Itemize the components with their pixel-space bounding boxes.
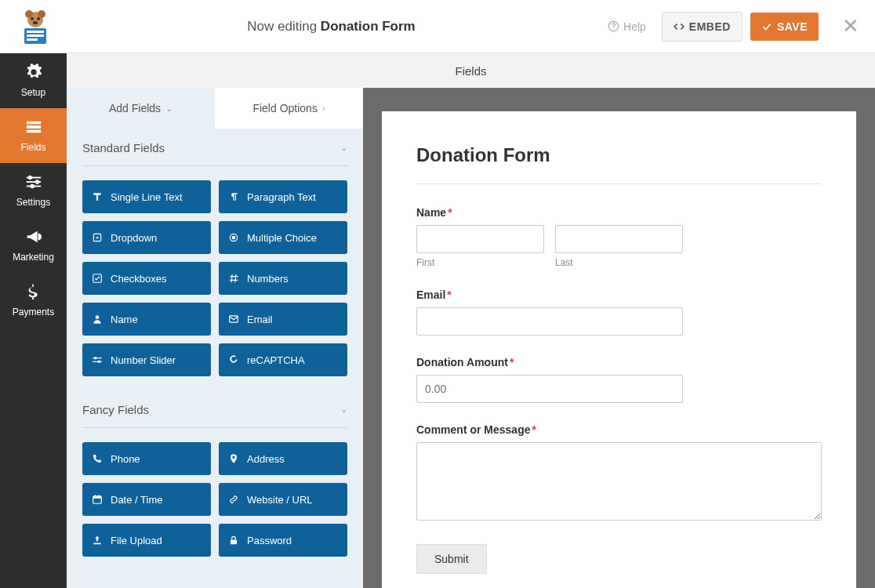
textarea-comment[interactable] — [416, 442, 822, 521]
field-email[interactable]: Email — [219, 303, 347, 336]
input-first-name[interactable] — [416, 225, 544, 253]
label-amount: Donation Amount* — [416, 356, 822, 368]
svg-point-16 — [27, 176, 32, 180]
upload-icon — [92, 535, 103, 546]
embed-button[interactable]: EMBED — [662, 12, 742, 42]
nav-fields[interactable]: Fields — [0, 108, 67, 163]
field-phone[interactable]: Phone — [82, 442, 211, 475]
help-link[interactable]: Help — [608, 20, 646, 33]
chevron-right-icon: › — [322, 103, 325, 113]
app-logo — [16, 7, 55, 46]
chevron-down-icon: ⌄ — [340, 143, 347, 153]
form-field-name[interactable]: Name* First Last — [416, 206, 822, 268]
save-button[interactable]: SAVE — [750, 13, 819, 41]
google-icon — [228, 354, 239, 365]
form-field-amount[interactable]: Donation Amount* — [416, 356, 822, 403]
svg-rect-7 — [27, 31, 44, 33]
caret-icon — [92, 232, 103, 243]
field-address[interactable]: Address — [219, 442, 347, 475]
field-checkboxes[interactable]: Checkboxes — [82, 262, 211, 295]
nav-settings[interactable]: Settings — [0, 163, 67, 218]
field-password[interactable]: Password — [219, 524, 347, 557]
field-number-slider[interactable]: Number Slider — [82, 343, 211, 376]
svg-point-25 — [96, 315, 100, 319]
input-last-name[interactable] — [555, 225, 683, 253]
svg-rect-12 — [26, 122, 40, 125]
slider-icon — [92, 354, 103, 365]
form-preview: Donation Form Name* First Last — [382, 111, 856, 588]
svg-point-3 — [31, 17, 34, 20]
field-file-upload[interactable]: File Upload — [82, 524, 211, 557]
svg-rect-32 — [93, 496, 102, 499]
svg-point-30 — [98, 361, 100, 364]
svg-rect-35 — [231, 539, 237, 544]
svg-point-18 — [34, 180, 39, 184]
pin-icon — [228, 453, 239, 464]
form-field-comment[interactable]: Comment or Message* — [416, 423, 822, 524]
submit-button[interactable]: Submit — [416, 544, 487, 574]
group-standard-fields[interactable]: Standard Fields⌄ — [82, 129, 347, 166]
nav-payments[interactable]: Payments — [0, 273, 67, 328]
text-icon — [92, 191, 103, 202]
field-paragraph-text[interactable]: Paragraph Text — [219, 180, 347, 213]
chevron-down-icon: ⌄ — [340, 405, 347, 415]
svg-point-1 — [25, 10, 33, 18]
link-icon — [228, 494, 239, 505]
nav-setup[interactable]: Setup — [0, 53, 67, 108]
svg-rect-27 — [93, 358, 102, 358]
field-single-line-text[interactable]: Single Line Text — [82, 180, 211, 213]
radio-icon — [228, 232, 239, 243]
field-website[interactable]: Website / URL — [219, 483, 347, 516]
label-email: Email* — [416, 289, 822, 301]
paragraph-icon — [228, 191, 239, 202]
form-title: Donation Form — [416, 144, 822, 184]
user-icon — [92, 314, 103, 325]
tab-add-fields[interactable]: Add Fields⌄ — [67, 88, 215, 129]
group-fancy-fields[interactable]: Fancy Fields⌄ — [82, 390, 347, 428]
gear-icon — [25, 64, 42, 81]
svg-rect-13 — [26, 125, 40, 129]
svg-point-2 — [38, 10, 45, 18]
calendar-icon — [92, 494, 103, 505]
nav-marketing[interactable]: Marketing — [0, 218, 67, 273]
field-datetime[interactable]: Date / Time — [82, 483, 211, 516]
svg-point-28 — [94, 357, 97, 360]
svg-rect-9 — [27, 38, 38, 41]
svg-rect-34 — [99, 495, 100, 497]
svg-point-11 — [613, 28, 614, 29]
svg-point-4 — [37, 17, 40, 20]
dollar-icon — [25, 283, 42, 300]
phone-icon — [92, 453, 103, 464]
check-icon — [92, 273, 103, 284]
form-icon — [25, 118, 42, 136]
lock-icon — [228, 535, 239, 546]
section-title: Fields — [67, 53, 875, 88]
chevron-down-icon: ⌄ — [165, 103, 172, 114]
svg-rect-33 — [95, 495, 96, 497]
field-multiple-choice[interactable]: Multiple Choice — [219, 221, 347, 254]
svg-rect-14 — [26, 130, 40, 133]
svg-rect-8 — [27, 34, 44, 37]
svg-point-5 — [33, 21, 38, 24]
field-recaptcha[interactable]: reCAPTCHA — [219, 343, 347, 376]
envelope-icon — [228, 314, 239, 325]
input-email[interactable] — [416, 307, 683, 336]
field-numbers[interactable]: Numbers — [219, 262, 347, 295]
tab-field-options[interactable]: Field Options› — [215, 88, 363, 129]
page-title: Now editing Donation Form — [55, 19, 608, 34]
close-icon[interactable]: ✕ — [842, 14, 859, 38]
bullhorn-icon — [25, 228, 42, 245]
field-name[interactable]: Name — [82, 303, 211, 336]
svg-point-20 — [30, 184, 34, 189]
label-name: Name* — [416, 206, 822, 219]
hash-icon — [228, 273, 239, 284]
label-comment: Comment or Message* — [416, 423, 822, 436]
field-dropdown[interactable]: Dropdown — [82, 221, 211, 254]
svg-point-23 — [232, 236, 236, 240]
form-field-email[interactable]: Email* — [416, 289, 822, 336]
sliders-icon — [25, 173, 42, 191]
input-amount[interactable] — [416, 375, 683, 403]
sublabel-last: Last — [555, 257, 683, 268]
sublabel-first: First — [416, 257, 544, 268]
